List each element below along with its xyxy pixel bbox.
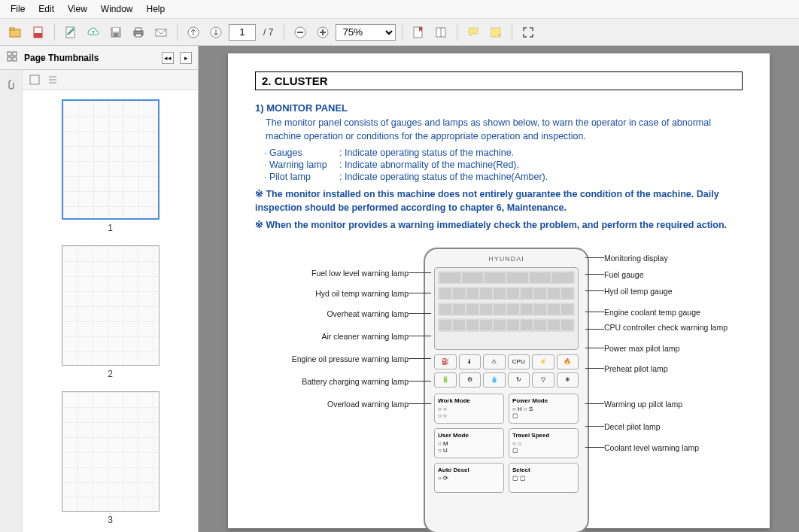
subsection-head: 1) MONITOR PANEL	[255, 102, 743, 114]
callout-label: Fuel gauge	[604, 270, 644, 279]
section-title: 2. CLUSTER	[255, 71, 743, 90]
callout-label: Power max pilot lamp	[604, 344, 679, 353]
bookmark-button[interactable]	[409, 23, 428, 42]
svg-rect-27	[30, 75, 39, 84]
callout-label: Hyd oil temp warning lamp	[281, 289, 409, 298]
menu-view[interactable]: View	[62, 2, 93, 16]
note-text: ※ The monitor installed on this machine …	[255, 188, 743, 214]
svg-rect-26	[13, 57, 17, 61]
zoom-select[interactable]: 75%	[336, 24, 396, 41]
print-button[interactable]	[129, 23, 148, 42]
callout-label: Warming up pilot lamp	[604, 400, 682, 409]
sidebar-title: Page Thumbnails	[24, 53, 156, 63]
thumbnail-label: 2	[32, 369, 189, 379]
thumbnail-page-2[interactable]	[62, 245, 159, 366]
page-display-button[interactable]	[431, 23, 451, 42]
thumbnail-page-1[interactable]	[62, 99, 159, 220]
menu-help[interactable]: Help	[141, 2, 172, 16]
thumbnail-label: 3	[32, 515, 189, 525]
callout-label: Air cleaner warning lamp	[281, 332, 409, 341]
callout-label: Battery charging warning lamp	[281, 377, 409, 386]
document-view[interactable]: 2. CLUSTER 1) MONITOR PANEL The monitor …	[199, 46, 799, 532]
callout-label: Overheat warning lamp	[281, 309, 409, 318]
thumbnail-label: 1	[32, 223, 189, 233]
svg-rect-6	[113, 28, 119, 32]
menu-edit[interactable]: Edit	[32, 2, 60, 16]
create-pdf-button[interactable]	[29, 23, 48, 42]
intro-text: The monitor panel consists of gauges and…	[266, 117, 743, 143]
comment-button[interactable]	[463, 23, 483, 42]
device-brand: HYUNDAI	[425, 255, 588, 263]
callout-label: Overload warning lamp	[281, 400, 409, 409]
thumb-options-icon[interactable]	[27, 72, 42, 87]
edit-pdf-button[interactable]	[61, 23, 81, 42]
definition-list: · Gauges: Indicate operating status of t…	[264, 147, 743, 182]
svg-rect-25	[8, 57, 11, 61]
attachments-icon[interactable]	[2, 74, 21, 94]
callout-label: Fuel low level warning lamp	[281, 269, 409, 278]
thumbnail-page-3[interactable]	[62, 391, 159, 512]
monitor-panel-diagram: HYUNDAI ⛽🌡⚠CPU⚡🔥 🔋⚙💧↻▽❄ Work Mode○ ○○ ○ …	[288, 248, 709, 533]
page-count-label: / 7	[263, 27, 273, 38]
sidebar-collapse-right-button[interactable]: ▸	[180, 52, 192, 64]
email-button[interactable]	[151, 23, 171, 42]
pdf-page: 2. CLUSTER 1) MONITOR PANEL The monitor …	[228, 53, 770, 528]
callout-label: Hyd oil temp gauge	[604, 287, 672, 296]
page-number-input[interactable]	[229, 24, 256, 41]
svg-rect-23	[8, 52, 11, 56]
svg-rect-1	[10, 28, 14, 30]
sidebar-collapse-left-button[interactable]: ◂◂	[162, 52, 174, 64]
sidebar: Page Thumbnails ◂◂ ▸ 1 2 3	[0, 46, 199, 532]
save-button[interactable]	[106, 23, 126, 42]
svg-rect-3	[34, 33, 42, 38]
zoom-out-button[interactable]	[290, 23, 310, 42]
sticky-note-button[interactable]	[486, 23, 506, 42]
svg-rect-7	[114, 33, 118, 37]
zoom-in-button[interactable]	[313, 23, 333, 42]
cloud-upload-button[interactable]	[84, 23, 103, 42]
callout-label: Decel pilot lamp	[604, 422, 661, 431]
menu-window[interactable]: Window	[95, 2, 139, 16]
thumb-list-icon[interactable]	[45, 72, 60, 87]
note-text: ※ When the monitor provides a warning im…	[255, 219, 743, 233]
fullscreen-button[interactable]	[518, 23, 538, 42]
next-page-button[interactable]	[206, 23, 226, 42]
thumbnail-list[interactable]: 1 2 3	[23, 90, 198, 532]
svg-rect-10	[135, 34, 141, 37]
toolbar: / 7 75%	[0, 19, 799, 46]
callout-label: CPU controller check warning lamp	[604, 323, 728, 332]
callout-label: Engine oil pressure warning lamp	[281, 354, 409, 363]
thumbnails-icon	[6, 50, 18, 65]
callout-label: Coolant level warning lamp	[604, 443, 699, 452]
callout-label: Engine coolant temp gauge	[604, 308, 700, 317]
svg-rect-24	[13, 52, 17, 56]
menu-bar: File Edit View Window Help	[0, 0, 799, 19]
open-file-button[interactable]	[6, 23, 26, 42]
callout-label: Monitoring display	[604, 254, 668, 263]
callout-label: Preheat pilot lamp	[604, 364, 668, 373]
menu-file[interactable]: File	[5, 2, 31, 16]
prev-page-button[interactable]	[184, 23, 203, 42]
svg-rect-9	[135, 28, 141, 31]
